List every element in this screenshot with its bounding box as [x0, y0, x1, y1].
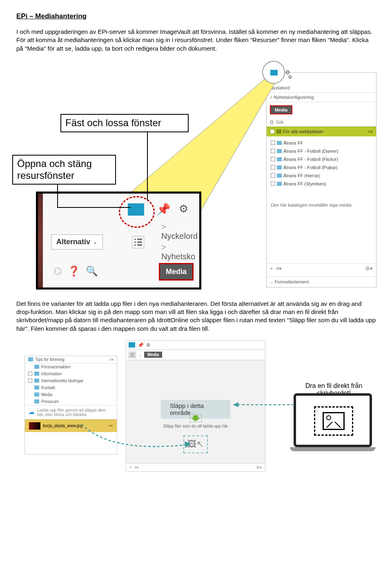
menu-icon[interactable]: ≡▾ [368, 129, 373, 134]
sitemap-icon[interactable]: ⌬ [53, 265, 62, 277]
annotation-open: Öppna och stäng resursfönster [12, 155, 116, 185]
annotation-pin: Fäst och lossa fönster [60, 114, 189, 132]
annotation-line [147, 130, 148, 201]
panel-footer-tools: + ≡▾ ⚙▾ [267, 263, 376, 273]
tree-item[interactable]: Försvarsmakten [25, 363, 117, 370]
help-icon[interactable]: ❓ [68, 265, 80, 277]
panel-sub-bar: ⌄ Media [126, 350, 265, 360]
gear-icon[interactable]: ⚙▾ [365, 265, 373, 272]
folder-icon [270, 70, 278, 76]
right-resources-panel: ⚙ Nyckelord Nyhetskonfigurering Media Q … [266, 72, 376, 287]
folder-icon [34, 399, 39, 403]
olive-header[interactable]: För alla webbplatser ≡▾ [267, 127, 376, 136]
folder-icon [277, 182, 282, 186]
media-tab-zoom[interactable]: Media [159, 263, 194, 281]
panel-footer: + ≡▾ ⚙▾ [126, 463, 265, 471]
zoom-origin-circle: ⚙ [262, 61, 285, 84]
media-tab[interactable]: Media [144, 352, 162, 358]
folder-icon [277, 174, 282, 178]
dashed-arrow [233, 401, 294, 409]
tree-item[interactable]: Ätrans FF - Fotboll (Damer) [271, 147, 372, 155]
file-thumbnail [29, 422, 40, 430]
chevron-icon: ⌄ [138, 352, 142, 357]
annotation-line [57, 183, 58, 207]
folder-icon [34, 372, 39, 376]
menu-icon[interactable]: ≡▾ [134, 465, 138, 470]
gear-icon[interactable]: ⚙▾ [256, 465, 262, 470]
folder-icon [34, 365, 39, 369]
folder-icon [277, 157, 282, 161]
nyckelord-label[interactable]: Nyckelord [161, 222, 199, 241]
nyhetsko-label[interactable]: Nyhetsko [161, 243, 199, 261]
image-icon [323, 412, 345, 430]
list-view-icon[interactable] [129, 352, 136, 358]
tree-item[interactable]: Pressrum [25, 398, 117, 405]
folder-icon [28, 357, 33, 361]
tree-item[interactable]: Tips för förening ≡▾ [25, 356, 117, 363]
highlight-circle [119, 196, 155, 228]
tree-item[interactable]: Internationella tävlingar [25, 377, 117, 384]
pin-icon[interactable]: 📌 [138, 342, 144, 348]
tree-item[interactable]: Ätrans FF (Herrar) [271, 172, 372, 180]
tree-item[interactable]: Information [25, 370, 117, 377]
desktop-file-placeholder [314, 406, 353, 436]
tree-item[interactable]: Ätrans FF - Fotboll (Flickor) [271, 155, 372, 163]
page-title: EPi – Mediahantering [16, 12, 376, 20]
folder-icon [34, 379, 39, 383]
folder-icon [277, 149, 282, 153]
intro-paragraph-1: I och med uppgraderingen av EPi-server s… [16, 28, 376, 53]
folder-icon[interactable] [129, 342, 135, 348]
folder-icon [34, 386, 39, 390]
nyhetskonfigurering-row[interactable]: Nyhetskonfigurering [267, 93, 376, 102]
menu-icon[interactable]: ≡▾ [109, 357, 114, 362]
dashed-arrow [78, 421, 192, 454]
cloud-upload-icon: ☁ [28, 408, 35, 416]
menu-icon[interactable]: ≡▾ [276, 265, 282, 272]
tree-item[interactable]: Ätrans FF (Styrelsen) [271, 180, 372, 188]
formularelement-row[interactable]: Formulärelement [267, 276, 376, 287]
gear-icon[interactable]: ⚙ [179, 203, 188, 215]
folder-icon [276, 129, 281, 134]
olive-label: För alla webbplatser [283, 129, 323, 134]
intro-paragraph-2: Det finns tre varianter för att ladda up… [16, 300, 376, 333]
file-name: borja_skjuta_www.jpg [43, 423, 82, 428]
folder-icon [34, 392, 39, 397]
annotation-line [57, 207, 131, 208]
nyckelord-row[interactable]: Nyckelord [267, 83, 376, 93]
zoom-detail: 📌 ⚙ Nyckelord Alternativ Nyhetsko Media … [36, 192, 201, 290]
search-input[interactable] [275, 119, 305, 125]
svg-marker-4 [233, 402, 238, 407]
figure-1: ⚙ ⚙ Nyckelord Nyhetskonfigurering Media … [16, 61, 376, 287]
laptop-illustration [290, 393, 376, 455]
search-icon[interactable]: 🔍 [86, 265, 98, 277]
pin-icon[interactable]: 📌 [156, 203, 171, 216]
gear-icon[interactable]: ⚙ [146, 342, 151, 348]
search-row[interactable]: Q [267, 118, 376, 127]
decorative-strip [38, 194, 43, 287]
folder-tree: Ätrans FF Ätrans FF - Fotboll (Damer) Ät… [267, 136, 376, 190]
list-view-icon[interactable] [132, 236, 144, 248]
gear-icon: ⚙ [285, 69, 290, 76]
figure-2: Tips för förening ≡▾ Försvarsmakten Info… [16, 339, 376, 474]
alternativ-button[interactable]: Alternativ [51, 234, 103, 250]
folder-icon [277, 165, 282, 169]
panel-top-bar: 📌 ⚙ [126, 341, 265, 350]
svg-marker-2 [191, 415, 200, 421]
upload-hint-text: Ladda upp filer genom att släppa dem här… [37, 408, 114, 417]
tree-item[interactable]: Ätrans FF - Fotboll (Pojkar) [271, 163, 372, 172]
svg-marker-5 [185, 441, 191, 448]
tree-item[interactable]: Ätrans FF [271, 139, 372, 147]
tree-item[interactable]: Kontakt [25, 384, 117, 391]
folder-icon [277, 141, 282, 145]
tree-item[interactable]: Media [25, 391, 117, 398]
empty-folder-message: Den här katalogen innehåller inga media [267, 190, 376, 207]
bottom-icon-row: ⌬ ❓ 🔍 [53, 265, 98, 277]
plus-icon[interactable]: + [129, 465, 132, 470]
upload-hint-row[interactable]: ☁ Ladda upp filer genom att släppa dem h… [25, 405, 117, 419]
